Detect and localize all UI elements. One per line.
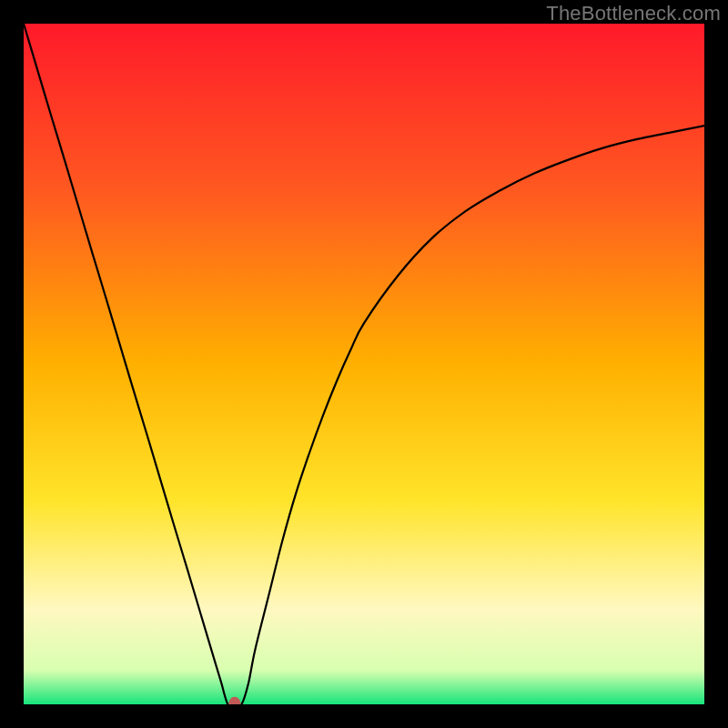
chart-frame: TheBottleneck.com: [0, 0, 728, 728]
chart-svg: [24, 24, 704, 704]
watermark-text: TheBottleneck.com: [546, 2, 721, 25]
plot-area: [24, 24, 704, 704]
